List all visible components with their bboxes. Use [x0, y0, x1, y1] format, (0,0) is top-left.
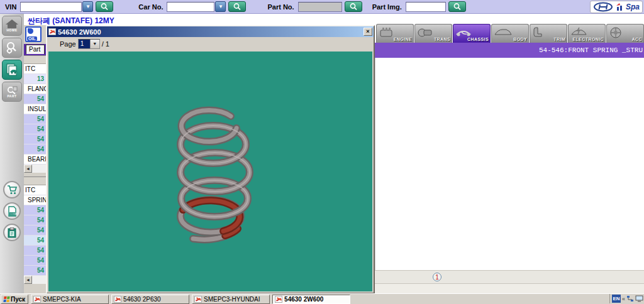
table-header [24, 177, 47, 185]
search-icon [349, 3, 358, 11]
table-row[interactable]: ITC [24, 64, 47, 74]
tab-body[interactable]: BODY [491, 24, 529, 43]
tab-label: CHASSIS [467, 37, 489, 41]
car-no-input[interactable] [167, 2, 214, 12]
tab-engine[interactable]: ENGINE [376, 24, 414, 43]
page-total: / 1 [102, 40, 109, 48]
table-row[interactable]: 54 [24, 205, 47, 215]
table-row[interactable]: 54 [24, 236, 47, 246]
page-label: Page [60, 40, 76, 48]
tab-trans[interactable]: TRANS [414, 24, 452, 43]
table-row[interactable]: 13 [24, 74, 47, 84]
catalog-button[interactable] [2, 60, 22, 80]
part-search-icon [6, 86, 18, 94]
taskbar-task-54630-2w600[interactable]: 54630 2W600 [272, 295, 350, 304]
tab-label: ENGINE [394, 37, 412, 41]
table-row[interactable]: INSUL. [24, 104, 47, 114]
coil-spring-image [48, 52, 372, 291]
part-image-canvas[interactable] [48, 52, 372, 291]
spa-brand-text: Spa [626, 3, 640, 11]
table-row[interactable]: 54 [24, 94, 47, 104]
task-label: 54630 2W600 [284, 296, 323, 303]
svg-text:CODE: CODE [10, 212, 17, 215]
clipboard-button[interactable] [3, 224, 21, 241]
tab-label: BODY [513, 37, 527, 41]
car-no-dropdown-button[interactable]: ▼ [215, 1, 226, 12]
tab-trim[interactable]: TRIM [530, 24, 567, 43]
taskbar-task-smepc3-kia[interactable]: SMEPC3-KIA [31, 295, 109, 304]
vin-input[interactable] [20, 2, 82, 12]
page-select[interactable]: 1 ▼ [78, 39, 100, 49]
tab-acc[interactable]: ACC [606, 24, 644, 43]
chevron-down-icon[interactable]: ▼ [90, 40, 99, 48]
language-indicator[interactable]: EN [612, 295, 621, 303]
part-no-input[interactable] [298, 2, 342, 12]
table-row[interactable]: 54 [24, 225, 47, 236]
taskbar-task-54630-2p630[interactable]: 54630 2P630 [111, 295, 189, 304]
home-icon [6, 19, 18, 28]
part-img-search-button[interactable] [448, 1, 466, 12]
parts-table-upper: ITC 13 FLANGE 54 INSUL. 54 54 54 54 BEAR… [24, 55, 47, 165]
rail-spacer [0, 103, 24, 177]
scroll-track[interactable] [32, 165, 47, 173]
oil-icon[interactable]: OIL [25, 26, 42, 42]
spa-bars-icon [616, 3, 623, 11]
table-row[interactable]: SPRING [24, 195, 47, 205]
table-row[interactable]: FLANGE [24, 84, 47, 94]
part-img-label: Part Img. [372, 3, 402, 11]
popup-titlebar[interactable]: 54630 2W600 × [47, 26, 374, 37]
table-row[interactable]: 54 [24, 246, 47, 256]
horizontal-scrollbar[interactable]: ◄ [24, 165, 47, 173]
tab-label: ELECTRONIC [573, 37, 604, 41]
network-icon[interactable] [626, 295, 634, 302]
table-row[interactable]: 54 [24, 266, 47, 276]
table-row[interactable]: 54 [24, 256, 47, 266]
tab-label: TRANS [434, 37, 450, 41]
close-button[interactable]: × [364, 28, 372, 36]
scroll-left-button[interactable]: ◄ [24, 276, 32, 284]
horizontal-scrollbar[interactable]: ◄ [24, 276, 47, 284]
vin-dropdown-button[interactable]: ▼ [82, 1, 93, 12]
search-gear-icon [5, 41, 19, 55]
part-search-button[interactable]: PART [2, 82, 22, 102]
oil-label: OIL [27, 36, 37, 41]
table-row[interactable]: 54 [24, 215, 47, 225]
catalog-car-icon [5, 63, 19, 77]
home-button[interactable]: HOME [2, 16, 22, 36]
task-label: 54630 2P630 [123, 296, 161, 303]
table-row[interactable]: 54 [24, 134, 47, 144]
scroll-left-button[interactable]: ◄ [24, 165, 32, 173]
hyundai-logo-icon [593, 2, 613, 12]
parts-table-lower: ITC SPRING 54 54 54 54 54 54 54 [24, 176, 47, 276]
table-row[interactable]: ITC [24, 185, 47, 195]
table-row[interactable]: BEARING [24, 155, 47, 165]
table-row[interactable]: 54 [24, 144, 47, 155]
windows-logo-icon [3, 296, 9, 302]
search-settings-button[interactable] [2, 38, 22, 58]
vin-search-button[interactable] [96, 1, 113, 12]
tab-chassis[interactable]: CHASSIS [453, 24, 491, 43]
epc-logo-icon [194, 296, 202, 303]
table-row[interactable]: 54 [24, 114, 47, 124]
scroll-track[interactable] [32, 276, 47, 284]
system-tray: EN « [609, 294, 643, 303]
part-no-search-button[interactable] [345, 1, 362, 12]
vin-label: VIN [5, 3, 16, 11]
monitor-icon[interactable] [635, 295, 643, 302]
cart-button[interactable] [3, 181, 21, 198]
tab-electronic[interactable]: ELECTRONIC [568, 24, 606, 43]
parts-panel: OIL Part ITC 13 FLANGE 54 INSUL. 54 54 5… [24, 25, 47, 293]
part-button-label: PART [7, 94, 16, 98]
page-indicator-badge[interactable]: 1 [433, 273, 441, 281]
start-button[interactable]: Пуск [1, 295, 28, 304]
tray-collapse-button[interactable]: « [622, 296, 625, 302]
part-img-input[interactable] [406, 2, 446, 12]
home-button-label: HOME [7, 28, 18, 32]
tab-part[interactable]: Part [26, 45, 45, 54]
car-no-search-button[interactable] [228, 1, 246, 12]
taskbar-task-smepc3-hyundai[interactable]: SMEPC3-HYUNDAI [192, 295, 270, 304]
table-row[interactable]: 54 [24, 124, 47, 134]
code-button[interactable]: CODE [3, 202, 21, 220]
page-indicator-strip: 1 [375, 270, 644, 284]
clipboard-icon [8, 227, 16, 238]
